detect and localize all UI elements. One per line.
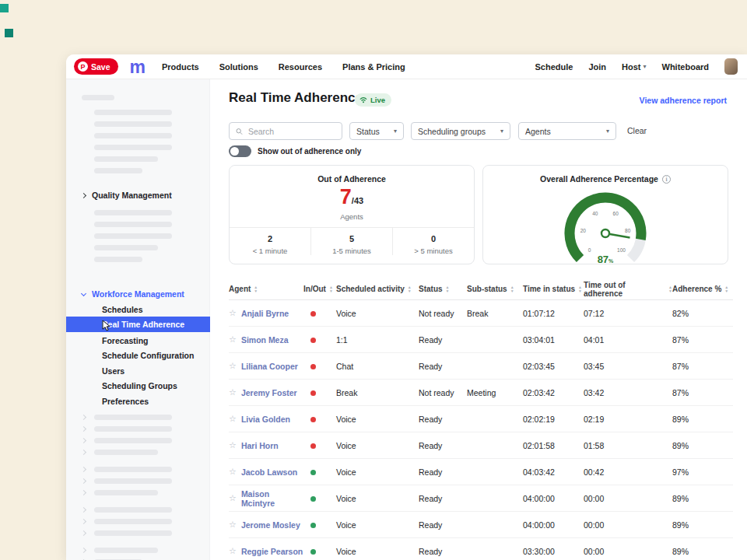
agent-row[interactable]: ☆Simon Meza1:1Ready03:04:0104:0187% bbox=[229, 327, 733, 353]
star-icon[interactable]: ☆ bbox=[229, 467, 237, 477]
inout-status-dot bbox=[310, 523, 316, 528]
mouse-cursor-icon bbox=[102, 320, 111, 332]
agent-row[interactable]: ☆Reggie PearsonVoiceReady03:30:0000:0089… bbox=[229, 538, 733, 560]
time-in-status: 02:01:58 bbox=[523, 441, 584, 450]
nav-item-products[interactable]: Products bbox=[162, 62, 199, 72]
pinterest-save-button[interactable]: P Save bbox=[74, 58, 118, 75]
agent-name[interactable]: Anjali Byrne bbox=[241, 309, 289, 318]
inout-status-dot bbox=[310, 417, 316, 422]
status-dropdown[interactable]: Status ▾ bbox=[349, 122, 404, 140]
scheduling-groups-dropdown[interactable]: Scheduling groups ▾ bbox=[411, 122, 510, 140]
agent-row[interactable]: ☆Jacob LawsonVoiceReady04:03:4200:4297% bbox=[229, 459, 733, 485]
skeleton-bar bbox=[94, 156, 158, 162]
sort-icon[interactable]: ▲▼ bbox=[329, 285, 333, 292]
pinterest-icon: P bbox=[78, 61, 88, 72]
sidebar-item-forecasting[interactable]: Forecasting bbox=[66, 333, 210, 348]
time-in-status: 02:03:42 bbox=[523, 388, 584, 397]
skeleton-bar bbox=[94, 519, 172, 524]
agent-name[interactable]: Hari Horn bbox=[241, 441, 279, 450]
agent-name[interactable]: Jerome Mosley bbox=[241, 520, 300, 530]
nav-item-host[interactable]: Host ▾ bbox=[622, 62, 646, 72]
agent-name[interactable]: Livia Golden bbox=[241, 415, 290, 424]
view-adherence-report-link[interactable]: View adherence report bbox=[640, 96, 727, 105]
agents-dropdown[interactable]: Agents ▾ bbox=[518, 122, 616, 140]
chevron-down-icon: ▾ bbox=[394, 128, 397, 135]
toggle-label: Show out of adherence only bbox=[258, 147, 361, 156]
skeleton-chevron bbox=[81, 450, 86, 455]
star-icon[interactable]: ☆ bbox=[229, 414, 237, 424]
time-out-of-adherence: 00:00 bbox=[584, 494, 672, 503]
column-header[interactable]: Agent▲▼ bbox=[229, 285, 303, 293]
gauge-tick: 40 bbox=[592, 211, 598, 216]
agent-name[interactable]: Jacob Lawson bbox=[241, 467, 297, 477]
sort-icon[interactable]: ▲▼ bbox=[578, 285, 582, 292]
sidebar-item-workforce-management[interactable]: Workforce Management bbox=[82, 289, 184, 299]
sort-icon[interactable]: ▲▼ bbox=[254, 285, 258, 292]
search-input[interactable] bbox=[247, 126, 335, 137]
star-icon[interactable]: ☆ bbox=[229, 520, 237, 530]
column-header[interactable]: Time out of adherence▲▼ bbox=[584, 281, 672, 298]
agent-name[interactable]: Maison Mcintyre bbox=[241, 489, 303, 508]
agent-row[interactable]: ☆Jerome MosleyVoiceReady04:00:0000:0089% bbox=[229, 512, 733, 538]
nav-item-join[interactable]: Join bbox=[588, 62, 606, 72]
status: Ready bbox=[419, 441, 467, 450]
brand-logo[interactable]: m bbox=[130, 59, 145, 75]
sort-icon[interactable]: ▲▼ bbox=[446, 285, 450, 292]
agent-name[interactable]: Reggie Pearson bbox=[241, 547, 303, 556]
user-avatar[interactable] bbox=[724, 58, 738, 75]
clear-filters-button[interactable]: Clear bbox=[627, 126, 647, 135]
adherence-percent: 89% bbox=[672, 520, 733, 530]
sidebar-item-preferences[interactable]: Preferences bbox=[66, 394, 210, 409]
inout-status-dot bbox=[310, 443, 316, 449]
card-title-row: Overall Adherence Percentage i bbox=[483, 174, 728, 184]
column-header[interactable]: Scheduled activity▲▼ bbox=[336, 285, 419, 293]
scheduled-activity: Break bbox=[336, 388, 419, 397]
sidebar-item-users[interactable]: Users bbox=[66, 363, 210, 379]
nav-item-whiteboard[interactable]: Whiteboard bbox=[662, 62, 710, 72]
agent-name[interactable]: Liliana Cooper bbox=[241, 362, 298, 371]
agent-name[interactable]: Simon Meza bbox=[241, 335, 289, 345]
live-badge: Live bbox=[355, 93, 391, 107]
star-icon[interactable]: ☆ bbox=[229, 440, 237, 450]
nav-item-schedule[interactable]: Schedule bbox=[535, 62, 573, 72]
agent-row[interactable]: ☆Anjali ByrneVoiceNot readyBreak01:07:12… bbox=[229, 300, 733, 327]
sidebar-item-quality-management[interactable]: Quality Management bbox=[82, 191, 172, 200]
adherence-percent: 87% bbox=[672, 388, 733, 397]
nav-item-resources[interactable]: Resources bbox=[279, 62, 322, 72]
chevron-right-icon bbox=[81, 192, 86, 198]
sidebar-item-schedules[interactable]: Schedules bbox=[66, 302, 210, 317]
agent-name[interactable]: Jeremy Foster bbox=[241, 388, 297, 397]
column-header[interactable]: In/Out▲▼ bbox=[303, 285, 336, 293]
star-icon[interactable]: ☆ bbox=[229, 546, 237, 556]
agent-row[interactable]: ☆Hari HornVoiceReady02:01:5801:5889% bbox=[229, 432, 733, 459]
gauge-hub bbox=[601, 229, 609, 237]
agent-row[interactable]: ☆Maison McintyreVoiceReady04:00:0000:008… bbox=[229, 485, 733, 512]
star-icon[interactable]: ☆ bbox=[229, 334, 237, 345]
show-out-of-adherence-toggle[interactable] bbox=[229, 145, 251, 157]
time-in-status: 03:30:00 bbox=[523, 547, 584, 556]
gauge-tick: 20 bbox=[580, 228, 587, 233]
star-icon[interactable]: ☆ bbox=[229, 387, 237, 397]
sort-icon[interactable]: ▲▼ bbox=[510, 285, 514, 292]
column-header[interactable]: Adherence %▲▼ bbox=[672, 285, 733, 293]
sidebar-item-schedule-configuration[interactable]: Schedule Configuration bbox=[66, 348, 210, 363]
column-header[interactable]: Status▲▼ bbox=[419, 285, 467, 293]
star-icon[interactable]: ☆ bbox=[229, 493, 237, 503]
info-icon[interactable]: i bbox=[662, 175, 671, 184]
search-box[interactable] bbox=[229, 122, 342, 140]
inout-status-dot bbox=[310, 549, 316, 555]
adherence-percent: 87% bbox=[672, 335, 733, 345]
agent-row[interactable]: ☆Liliana CooperChatReady02:03:4503:4587% bbox=[229, 353, 733, 380]
sort-icon[interactable]: ▲▼ bbox=[408, 285, 412, 292]
nav-item-pricing[interactable]: Plans & Pricing bbox=[342, 62, 405, 72]
star-icon[interactable]: ☆ bbox=[229, 308, 237, 318]
column-header[interactable]: Sub-status▲▼ bbox=[467, 285, 523, 293]
sort-icon[interactable]: ▲▼ bbox=[724, 285, 728, 292]
agent-row[interactable]: ☆Livia GoldenVoiceReady02:02:1902:1989% bbox=[229, 406, 733, 432]
star-icon[interactable]: ☆ bbox=[229, 361, 237, 371]
column-header[interactable]: Time in status▲▼ bbox=[523, 285, 584, 293]
sidebar-item-real-time-adherence[interactable]: Real Time Adherence bbox=[66, 317, 210, 332]
nav-item-solutions[interactable]: Solutions bbox=[219, 62, 258, 72]
sidebar-item-scheduling-groups[interactable]: Scheduling Groups bbox=[66, 378, 210, 394]
agent-row[interactable]: ☆Jeremy FosterBreakNot readyMeeting02:03… bbox=[229, 380, 733, 406]
